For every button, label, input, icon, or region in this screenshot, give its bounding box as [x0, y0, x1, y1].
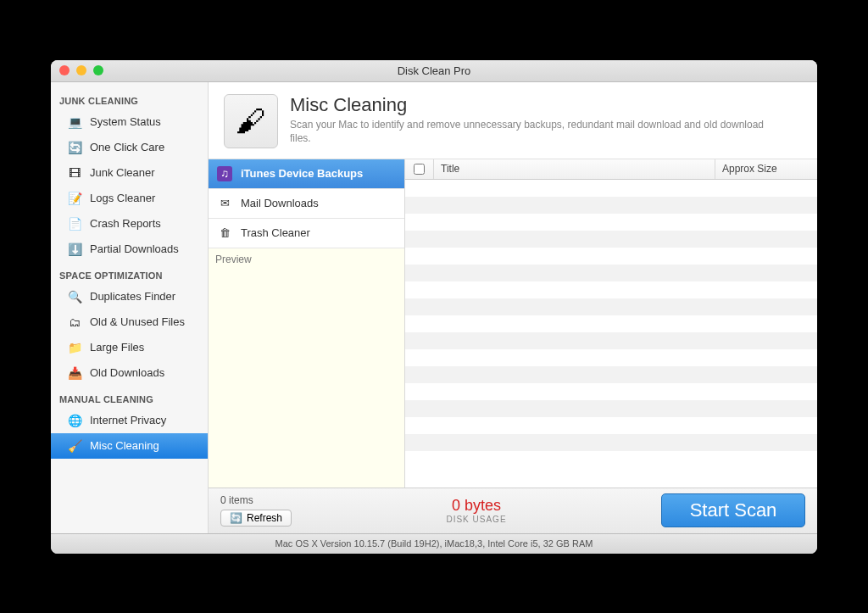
traffic-lights [59, 65, 103, 75]
empty-row [405, 451, 817, 468]
junk-cleaner-icon: 🎞 [66, 164, 83, 181]
empty-row [405, 332, 817, 349]
sidebar-item-label: One Click Care [90, 141, 164, 153]
close-button[interactable] [59, 65, 70, 75]
empty-row [405, 366, 817, 383]
itunes-device-backups-icon: ♫ [217, 166, 232, 181]
statusbar: Mac OS X Version 10.15.7 (Build 19H2), i… [51, 533, 817, 554]
header-text: Misc Cleaning Scan your Mac to identify … [290, 94, 765, 148]
preview-label: Preview [209, 248, 404, 270]
partial-downloads-icon: ⬇️ [66, 241, 83, 258]
sidebar-item-label: Crash Reports [90, 217, 161, 230]
sidebar-item-old-unused-files[interactable]: 🗂Old & Unused Files [51, 309, 208, 335]
titlebar: Disk Clean Pro [51, 60, 817, 82]
refresh-button[interactable]: 🔄 Refresh [220, 510, 292, 527]
size-column-header[interactable]: Approx Size [715, 159, 817, 179]
results-body [405, 180, 817, 488]
empty-row [405, 180, 817, 197]
sidebar-item-label: Old & Unused Files [90, 315, 185, 328]
old-unused-files-icon: 🗂 [66, 314, 83, 331]
window-title: Disk Clean Pro [51, 64, 817, 77]
bottom-bar: 0 items 🔄 Refresh 0 bytes DISK USAGE Sta… [209, 488, 817, 533]
sidebar-item-label: Large Files [90, 341, 144, 354]
sidebar-item-logs-cleaner[interactable]: 📝Logs Cleaner [51, 186, 208, 211]
empty-row [405, 214, 817, 231]
page-title: Misc Cleaning [290, 94, 765, 116]
sidebar-item-partial-downloads[interactable]: ⬇️Partial Downloads [51, 237, 208, 262]
logs-cleaner-icon: 📝 [66, 190, 83, 207]
empty-row [405, 231, 817, 248]
usage-label: DISK USAGE [309, 515, 644, 524]
sidebar-section-header: MANUAL CLEANING [51, 386, 208, 408]
category-mail-downloads[interactable]: ✉Mail Downloads [209, 189, 404, 219]
sidebar-item-label: Old Downloads [90, 366, 164, 379]
empty-row [405, 315, 817, 332]
trash-cleaner-icon: 🗑 [217, 226, 232, 241]
maximize-button[interactable] [93, 65, 103, 75]
empty-row [405, 281, 817, 298]
select-all-column [405, 159, 434, 179]
middle-area: ♫iTunes Device Backups✉Mail Downloads🗑Tr… [209, 159, 817, 488]
items-count: 0 items [220, 494, 292, 506]
sidebar: JUNK CLEANING💻System Status🔄One Click Ca… [51, 82, 209, 533]
sidebar-item-junk-cleaner[interactable]: 🎞Junk Cleaner [51, 160, 208, 186]
category-label: Trash Cleaner [241, 226, 310, 239]
category-trash-cleaner[interactable]: 🗑Trash Cleaner [209, 219, 404, 248]
duplicates-finder-icon: 🔍 [66, 288, 83, 305]
empty-row [405, 298, 817, 315]
refresh-icon: 🔄 [230, 512, 242, 524]
sidebar-item-label: Logs Cleaner [90, 192, 155, 204]
start-scan-button[interactable]: Start Scan [661, 493, 805, 527]
sidebar-item-old-downloads[interactable]: 📥Old Downloads [51, 360, 208, 386]
category-label: iTunes Device Backups [241, 167, 363, 180]
results-panel: Title Approx Size [405, 159, 817, 488]
empty-row [405, 400, 817, 417]
brush-icon: 🖌 [224, 94, 278, 148]
internet-privacy-icon: 🌐 [66, 412, 83, 429]
one-click-care-icon: 🔄 [66, 139, 83, 156]
misc-cleaning-icon: 🧹 [66, 437, 83, 454]
sidebar-item-label: System Status [90, 115, 161, 128]
sidebar-item-one-click-care[interactable]: 🔄One Click Care [51, 135, 208, 160]
app-window: Disk Clean Pro JUNK CLEANING💻System Stat… [51, 60, 817, 554]
page-description: Scan your Mac to identify and remove unn… [290, 118, 765, 147]
sidebar-item-label: Partial Downloads [90, 242, 179, 255]
sidebar-item-label: Duplicates Finder [90, 290, 175, 303]
system-status-icon: 💻 [66, 114, 83, 131]
old-downloads-icon: 📥 [66, 365, 83, 382]
empty-row [405, 417, 817, 434]
minimize-button[interactable] [76, 65, 86, 75]
sidebar-item-duplicates-finder[interactable]: 🔍Duplicates Finder [51, 284, 208, 309]
sidebar-section-header: SPACE OPTIMIZATION [51, 262, 208, 284]
refresh-label: Refresh [247, 512, 282, 524]
empty-row [405, 265, 817, 281]
empty-row [405, 248, 817, 265]
mail-downloads-icon: ✉ [217, 196, 232, 211]
system-info: Mac OS X Version 10.15.7 (Build 19H2), i… [275, 538, 593, 549]
sidebar-item-label: Misc Cleaning [90, 439, 159, 452]
title-column-header[interactable]: Title [434, 159, 715, 179]
sidebar-item-misc-cleaning[interactable]: 🧹Misc Cleaning [51, 433, 208, 459]
select-all-checkbox[interactable] [414, 164, 425, 175]
main-panel: 🖌 Misc Cleaning Scan your Mac to identif… [209, 82, 817, 533]
bottom-left: 0 items 🔄 Refresh [220, 494, 292, 527]
sidebar-section-header: JUNK CLEANING [51, 87, 208, 109]
category-itunes-device-backups[interactable]: ♫iTunes Device Backups [209, 159, 404, 189]
sidebar-item-crash-reports[interactable]: 📄Crash Reports [51, 211, 208, 237]
category-label: Mail Downloads [241, 197, 319, 209]
empty-row [405, 349, 817, 366]
empty-row [405, 383, 817, 400]
header-area: 🖌 Misc Cleaning Scan your Mac to identif… [209, 82, 817, 159]
category-panel: ♫iTunes Device Backups✉Mail Downloads🗑Tr… [209, 159, 405, 488]
disk-usage-display: 0 bytes DISK USAGE [309, 497, 644, 524]
content-area: JUNK CLEANING💻System Status🔄One Click Ca… [51, 82, 817, 533]
usage-bytes: 0 bytes [309, 497, 644, 515]
empty-row [405, 434, 817, 451]
large-files-icon: 📁 [66, 339, 83, 356]
sidebar-item-large-files[interactable]: 📁Large Files [51, 335, 208, 360]
empty-row [405, 197, 817, 214]
sidebar-item-system-status[interactable]: 💻System Status [51, 109, 208, 135]
sidebar-item-internet-privacy[interactable]: 🌐Internet Privacy [51, 408, 208, 433]
results-header: Title Approx Size [405, 159, 817, 180]
sidebar-item-label: Junk Cleaner [90, 166, 155, 179]
